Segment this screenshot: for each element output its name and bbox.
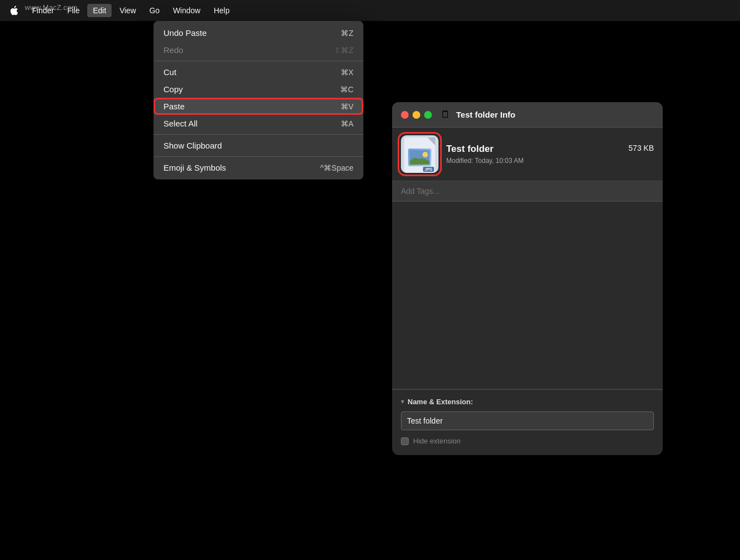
menu-go[interactable]: Go: [144, 4, 165, 17]
menu-item-show-clipboard[interactable]: Show Clipboard: [154, 137, 363, 154]
menu-window[interactable]: Window: [167, 4, 206, 17]
menu-item-paste[interactable]: Paste ⌘V: [154, 98, 363, 115]
hide-extension-row: Hide extension: [401, 435, 654, 447]
separator-2: [154, 134, 363, 135]
close-button[interactable]: [401, 111, 409, 119]
section-arrow-icon: ▾: [401, 398, 404, 405]
menu-item-label: Cut: [163, 67, 176, 77]
apple-menu[interactable]: [6, 2, 22, 19]
separator-1: [154, 61, 363, 61]
info-title: Test folder Info: [456, 110, 515, 119]
paste-highlight-ring: [154, 98, 363, 115]
file-name-input[interactable]: [401, 411, 654, 430]
menu-item-shortcut: ^⌘Space: [320, 163, 353, 172]
file-size: 573 KB: [628, 144, 654, 152]
file-icon-inner: JPG: [404, 138, 435, 173]
file-icon-image: [408, 149, 431, 166]
file-icon-badge: JPG: [423, 167, 434, 172]
menu-view[interactable]: View: [114, 4, 141, 17]
minimize-button[interactable]: [413, 111, 420, 119]
hide-extension-checkbox[interactable]: [401, 437, 409, 445]
info-header: JPG 573 KB Test folder Modified: Today, …: [392, 128, 663, 181]
menu-item-emoji[interactable]: Emoji & Symbols ^⌘Space: [154, 159, 363, 176]
menu-item-cut[interactable]: Cut ⌘X: [154, 64, 363, 81]
title-icon: 🗒: [441, 109, 451, 120]
menu-item-shortcut: ⌘A: [341, 119, 353, 128]
info-titlebar: 🗒 Test folder Info: [392, 102, 663, 128]
menu-item-select-all[interactable]: Select All ⌘A: [154, 115, 363, 132]
menu-item-undo-paste[interactable]: Undo Paste ⌘Z: [154, 24, 363, 41]
file-icon: JPG: [401, 135, 438, 173]
menubar: www.MacZ.com Finder File Edit View Go Wi…: [0, 0, 740, 21]
menu-help[interactable]: Help: [208, 4, 235, 17]
menu-item-label: Undo Paste: [163, 28, 207, 38]
name-extension-section: ▾ Name & Extension: Hide extension: [392, 389, 663, 455]
hide-extension-label: Hide extension: [413, 437, 461, 445]
section-header-label: Name & Extension:: [408, 398, 473, 406]
menu-item-shortcut: ⌘C: [340, 85, 353, 94]
menu-file[interactable]: File: [62, 4, 86, 17]
menu-item-label: Redo: [163, 45, 183, 55]
file-name-size-row: 573 KB Test folder: [446, 144, 654, 155]
menu-item-label: Paste: [163, 102, 184, 111]
menu-item-copy[interactable]: Copy ⌘C: [154, 81, 363, 98]
tags-input[interactable]: [392, 181, 663, 202]
menu-item-label: Emoji & Symbols: [163, 163, 226, 172]
file-icon-corner: [427, 138, 435, 145]
menu-item-label: Copy: [163, 84, 183, 94]
info-body: [392, 202, 663, 389]
section-header-name: ▾ Name & Extension:: [401, 398, 654, 406]
menu-finder[interactable]: Finder: [27, 4, 60, 17]
menu-item-shortcut: ⇧⌘Z: [334, 46, 353, 55]
menu-item-shortcut: ⌘Z: [341, 29, 353, 38]
svg-point-1: [422, 152, 428, 157]
menu-item-shortcut: ⌘X: [341, 68, 353, 77]
edit-dropdown-menu: Undo Paste ⌘Z Redo ⇧⌘Z Cut ⌘X Copy ⌘C Pa…: [154, 21, 363, 179]
file-icon-wrapper: JPG: [401, 135, 438, 173]
menu-item-shortcut: ⌘V: [341, 102, 353, 111]
menu-item-label: Show Clipboard: [163, 141, 222, 150]
maximize-button[interactable]: [424, 111, 432, 119]
file-info: 573 KB Test folder Modified: Today, 10:0…: [446, 144, 654, 165]
file-modified: Modified: Today, 10:03 AM: [446, 157, 654, 165]
separator-3: [154, 156, 363, 157]
traffic-lights: [401, 111, 432, 119]
info-window: 🗒 Test folder Info JPG: [392, 102, 663, 455]
menu-edit[interactable]: Edit: [87, 4, 112, 17]
file-name: Test folder: [446, 144, 494, 154]
menu-item-label: Select All: [163, 119, 198, 128]
menu-item-redo[interactable]: Redo ⇧⌘Z: [154, 41, 363, 59]
